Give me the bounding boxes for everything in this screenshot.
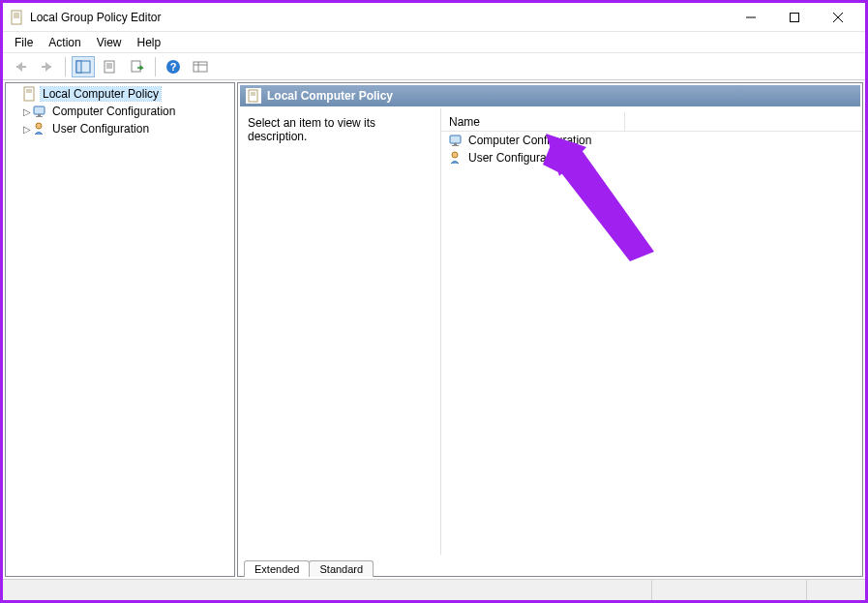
toolbar: ?: [3, 53, 865, 80]
content-body: Select an item to view its description. …: [238, 108, 862, 555]
list-item-label: User Configuration: [468, 151, 565, 165]
expand-icon[interactable]: ▷: [21, 106, 33, 117]
tab-strip: Extended Standard: [238, 555, 862, 576]
tab-extended[interactable]: Extended: [244, 560, 310, 577]
svg-point-35: [452, 152, 458, 158]
window-title: Local Group Policy Editor: [30, 11, 729, 24]
back-button[interactable]: [9, 56, 32, 77]
list-column: Name Computer Configuration User Configu…: [441, 108, 862, 555]
tree-root-label: Local Computer Policy: [41, 87, 161, 101]
export-list-button[interactable]: [126, 56, 149, 77]
window-frame: Local Group Policy Editor File Action Vi…: [0, 0, 868, 603]
forward-button[interactable]: [36, 56, 59, 77]
description-text: Select an item to view its description.: [248, 116, 375, 143]
help-button[interactable]: ?: [162, 56, 185, 77]
properties-button[interactable]: [99, 56, 122, 77]
svg-rect-16: [132, 61, 140, 72]
svg-rect-22: [24, 87, 34, 101]
svg-rect-34: [452, 145, 459, 146]
close-button[interactable]: [816, 4, 859, 31]
list-item-label: Computer Configuration: [468, 134, 591, 147]
column-name[interactable]: Name: [441, 112, 625, 131]
toolbar-separator: [155, 57, 156, 76]
policy-icon: [246, 88, 261, 104]
list-header[interactable]: Name: [441, 112, 862, 132]
svg-text:?: ?: [170, 61, 177, 73]
status-cell: [807, 580, 865, 600]
menu-file[interactable]: File: [7, 34, 41, 51]
menu-help[interactable]: Help: [130, 34, 169, 51]
user-icon: [33, 121, 48, 136]
app-icon: [9, 10, 24, 25]
svg-rect-5: [790, 13, 798, 21]
tab-standard[interactable]: Standard: [309, 560, 374, 577]
svg-point-28: [36, 123, 42, 129]
tree-item-user-configuration[interactable]: ▷ User Configuration: [6, 120, 234, 137]
svg-rect-27: [36, 116, 43, 117]
toolbar-separator: [65, 57, 66, 76]
body-area: Local Computer Policy ▷ Computer Configu…: [3, 80, 865, 579]
menu-view[interactable]: View: [89, 34, 130, 51]
svg-rect-32: [450, 136, 461, 143]
computer-icon: [33, 104, 48, 119]
maximize-button[interactable]: [772, 4, 816, 31]
status-cell: [3, 580, 652, 600]
window-controls: [729, 4, 859, 31]
list-item-user-configuration[interactable]: User Configuration: [441, 149, 862, 166]
list-item-computer-configuration[interactable]: Computer Configuration: [441, 132, 862, 149]
content-panel: Local Computer Policy Select an item to …: [237, 82, 863, 577]
svg-rect-26: [38, 114, 41, 116]
svg-rect-29: [249, 90, 257, 102]
menu-action[interactable]: Action: [41, 34, 88, 51]
menubar: File Action View Help: [3, 32, 865, 53]
titlebar: Local Group Policy Editor: [3, 3, 865, 32]
show-hide-tree-button[interactable]: [72, 56, 95, 77]
tree-item-label: User Configuration: [52, 122, 149, 136]
svg-rect-25: [34, 106, 45, 114]
minimize-button[interactable]: [729, 4, 772, 31]
content-header-title: Local Computer Policy: [267, 89, 393, 103]
user-icon: [449, 150, 464, 166]
svg-rect-12: [105, 61, 114, 73]
filter-button[interactable]: [189, 56, 212, 77]
svg-rect-19: [194, 62, 207, 72]
tree-root[interactable]: Local Computer Policy: [6, 85, 234, 103]
computer-icon: [449, 133, 464, 148]
statusbar: [3, 579, 865, 600]
tree-panel[interactable]: Local Computer Policy ▷ Computer Configu…: [5, 82, 235, 577]
status-cell: [652, 580, 807, 600]
tree-item-label: Computer Configuration: [52, 105, 175, 118]
svg-rect-11: [76, 61, 81, 73]
expand-icon[interactable]: ▷: [21, 124, 33, 135]
description-column: Select an item to view its description.: [238, 108, 441, 555]
content-header: Local Computer Policy: [240, 85, 860, 106]
tree-item-computer-configuration[interactable]: ▷ Computer Configuration: [6, 103, 234, 120]
svg-rect-33: [454, 143, 457, 145]
policy-icon: [21, 86, 37, 102]
